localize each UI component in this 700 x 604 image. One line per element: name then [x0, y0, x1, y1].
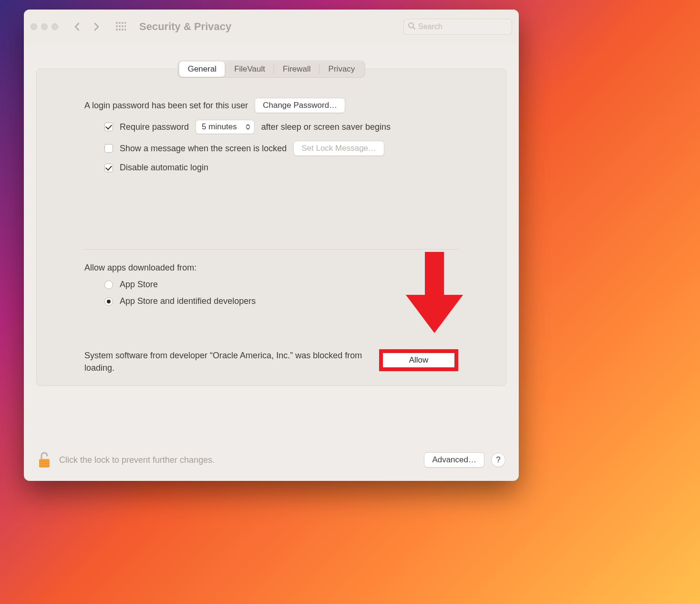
set-lock-message-button[interactable]: Set Lock Message…	[293, 141, 384, 156]
svg-line-13	[413, 27, 415, 29]
svg-point-5	[119, 25, 121, 27]
tab-general[interactable]: General	[179, 62, 225, 77]
allow-apps-identified-radio[interactable]	[104, 297, 113, 306]
window-title: Security & Privacy	[139, 21, 231, 33]
svg-point-11	[124, 29, 126, 31]
search-icon	[408, 22, 415, 31]
disable-auto-login-checkbox[interactable]	[104, 164, 113, 172]
svg-point-3	[124, 22, 126, 24]
chevron-up-down-icon	[246, 124, 250, 130]
close-window-button[interactable]	[31, 23, 37, 30]
allow-apps-appstore-radio[interactable]	[104, 281, 113, 289]
require-password-checkbox[interactable]	[104, 123, 113, 131]
preferences-window: Security & Privacy General FileVault Fir…	[24, 10, 519, 481]
lock-icon[interactable]	[37, 450, 52, 469]
svg-point-2	[122, 22, 124, 24]
require-password-label: Require password	[120, 122, 189, 132]
toolbar: Security & Privacy	[24, 10, 519, 44]
allow-button-highlight: Allow	[379, 349, 458, 371]
delay-value: 5 minutes	[202, 122, 237, 132]
tab-firewall[interactable]: Firewall	[274, 62, 319, 77]
svg-point-7	[124, 25, 126, 27]
svg-point-0	[116, 22, 118, 24]
tab-privacy[interactable]: Privacy	[320, 62, 364, 77]
allow-apps-label: Allow apps downloaded from:	[84, 263, 458, 273]
login-password-text: A login password has been set for this u…	[84, 101, 248, 111]
forward-button[interactable]	[90, 20, 103, 33]
change-password-button[interactable]: Change Password…	[255, 98, 345, 113]
tab-filevault[interactable]: FileVault	[226, 62, 274, 77]
svg-point-8	[116, 29, 118, 31]
help-button[interactable]: ?	[491, 453, 505, 467]
blocked-software-message: System software from developer “Oracle A…	[84, 349, 370, 374]
window-controls	[31, 23, 58, 30]
back-button[interactable]	[71, 20, 84, 33]
show-all-icon[interactable]	[115, 21, 126, 32]
search-field[interactable]	[403, 19, 512, 35]
zoom-window-button[interactable]	[51, 23, 58, 30]
require-password-delay-select[interactable]: 5 minutes	[196, 120, 255, 134]
allow-apps-appstore-label: App Store	[120, 280, 158, 290]
lock-hint-text: Click the lock to prevent further change…	[59, 455, 215, 465]
show-lock-message-label: Show a message when the screen is locked	[120, 144, 287, 154]
svg-point-6	[122, 25, 124, 27]
section-divider	[84, 249, 458, 250]
show-lock-message-checkbox[interactable]	[104, 144, 113, 153]
disable-auto-login-label: Disable automatic login	[120, 163, 208, 173]
allow-button[interactable]: Allow	[383, 353, 454, 367]
svg-point-1	[119, 22, 121, 24]
advanced-button[interactable]: Advanced…	[424, 452, 484, 468]
annotation-arrow-icon	[406, 252, 463, 338]
main-panel: General FileVault Firewall Privacy A log…	[36, 69, 506, 386]
svg-point-10	[122, 29, 124, 31]
svg-point-4	[116, 25, 118, 27]
footer: Click the lock to prevent further change…	[24, 439, 519, 481]
allow-apps-identified-label: App Store and identified developers	[120, 296, 256, 306]
minimize-window-button[interactable]	[41, 23, 48, 30]
after-sleep-label: after sleep or screen saver begins	[261, 122, 391, 132]
svg-point-9	[119, 29, 121, 31]
tab-bar: General FileVault Firewall Privacy	[178, 61, 365, 78]
search-input[interactable]	[418, 22, 508, 31]
